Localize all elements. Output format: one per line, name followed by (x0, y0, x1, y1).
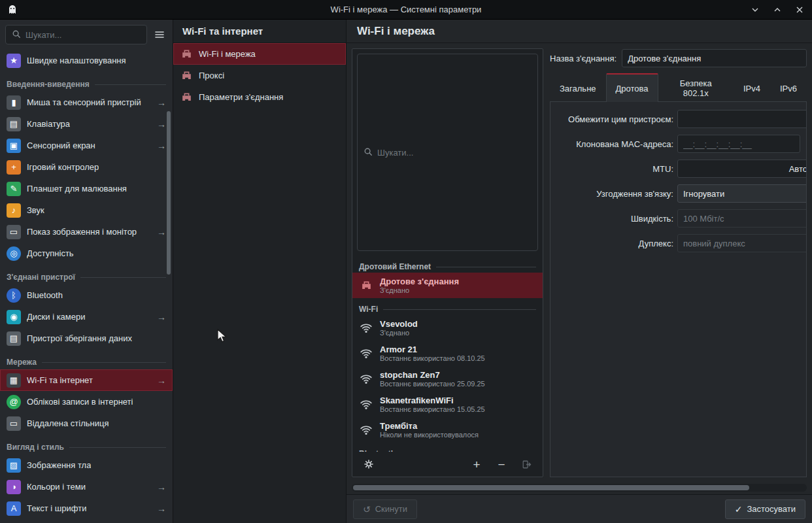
sidebar-item-quick-settings[interactable]: ★Швидке налаштовування (0, 50, 173, 71)
connection-item-armor-21[interactable]: Armor 21Востаннє використано 08.10.25 (352, 341, 543, 366)
chevron-right-icon: → (157, 97, 166, 108)
connection-item-skanetrafikenwifi[interactable]: SkanetrafikenWiFiВостаннє використано 15… (352, 392, 543, 417)
export-connection-button[interactable] (518, 456, 535, 473)
sidebar-item-label: Доступність (27, 248, 74, 258)
chevron-right-icon: → (157, 503, 166, 514)
sidebar-scrollbar[interactable] (167, 111, 171, 275)
apply-button[interactable]: ✓ Застосувати (725, 499, 805, 519)
sidebar-item-bluetooth[interactable]: ᛒBluetooth (0, 284, 173, 306)
sidebar-section-title: Введення-виведення (7, 80, 166, 89)
wifi-icon (359, 372, 373, 386)
speed-label: Швидкість: (557, 214, 673, 224)
text-fonts-icon: A (7, 501, 21, 516)
field-link-negotiation: Узгодження зв'язку:Ігнорувати (557, 184, 806, 203)
connection-status: Ніколи не використовувалося (380, 431, 479, 439)
sidebar-item-mouse[interactable]: ▮Миша та сенсорний пристрій→ (0, 92, 173, 113)
connection-status: Востаннє використано 08.10.25 (380, 354, 485, 362)
tab-general[interactable]: Загальне (550, 73, 606, 102)
sidebar-item-wifi-internet[interactable]: ▦Wi-Fi та інтернет→ (0, 369, 173, 391)
add-connection-button[interactable]: + (468, 456, 485, 473)
connection-item-vsevolod[interactable]: VsevolodЗ'єднано (352, 315, 543, 341)
app-icon (7, 4, 18, 16)
sidebar-item-remote-desktop[interactable]: ▭Віддалена стільниця (0, 413, 173, 434)
sidebar-item-label: Кольори і теми (27, 482, 86, 492)
sidebar-section-title: З'єднані пристрої (7, 273, 166, 282)
restrict-device-input[interactable] (677, 110, 807, 128)
reset-button[interactable]: ↺ Скинути (353, 499, 417, 519)
tab-ipv4[interactable]: IPv4 (734, 73, 770, 102)
connection-group-title: Дротовий Ethernet (359, 262, 536, 271)
remove-connection-button[interactable]: − (493, 456, 510, 473)
scrollbar-thumb[interactable] (353, 485, 749, 490)
connection-name: SkanetrafikenWiFi (380, 396, 485, 405)
horizontal-scrollbar[interactable] (352, 484, 807, 492)
subsidebar-item-label: Параметри з'єднання (199, 92, 283, 102)
tab-ipv6[interactable]: IPv6 (770, 73, 807, 102)
connection-list: Дротовий EthernetДротове з'єднанняЗ'єдна… (352, 256, 543, 452)
sidebar-item-colors-themes[interactable]: ◑Кольори і теми→ (0, 476, 173, 498)
ethernet-icon (180, 91, 193, 104)
sidebar-item-display-monitor[interactable]: ▭Показ зображення і монітор→ (0, 221, 173, 243)
connection-item-stopchan-zen7[interactable]: stopchan Zen7Востаннє використано 25.09.… (352, 366, 543, 392)
sidebar-item-storage-devices[interactable]: ▤Пристрої зберігання даних (0, 328, 173, 349)
field-speed: Швидкість: (557, 209, 806, 228)
menu-icon[interactable] (151, 25, 167, 44)
subsidebar-item-connection-settings[interactable]: Параметри з'єднання (173, 86, 346, 108)
sidebar-item-label: Сенсорний екран (27, 141, 95, 150)
sidebar-item-label: Показ зображення і монітор (27, 227, 137, 237)
subsidebar-item-label: Wi-Fi і мережа (199, 49, 256, 59)
subsidebar-title: Wi-Fi та інтернет (173, 20, 346, 43)
sidebar-item-game-controller[interactable]: +Ігровий контролер (0, 156, 173, 178)
gear-icon[interactable] (360, 456, 377, 473)
sidebar-item-keyboard[interactable]: ▤Клавіатура→ (0, 113, 173, 135)
mtu-spinbox[interactable] (677, 160, 807, 178)
titlebar: Wi-Fi і мережа — Системні параметри (0, 0, 812, 20)
link-negotiation-dropdown[interactable]: Ігнорувати (677, 184, 807, 203)
connection-item-wired-connection[interactable]: Дротове з'єднанняЗ'єднано (352, 273, 543, 298)
sidebar-item-drawing-tablet[interactable]: ✎Планшет для малювання (0, 178, 173, 199)
sidebar-search-input[interactable] (25, 30, 141, 40)
sidebar-item-label: Клавіатура (27, 119, 70, 129)
mouse-icon: ▮ (7, 95, 21, 110)
connection-item-trembita[interactable]: ТрембітаНіколи не використовувалося (352, 417, 543, 443)
connection-name: Vsevolod (380, 319, 418, 329)
sidebar-item-wallpaper[interactable]: ▨Зображення тла (0, 454, 173, 476)
sidebar-item-touchscreen[interactable]: ▣Сенсорний екран→ (0, 135, 173, 156)
connection-search-input[interactable] (377, 148, 532, 158)
page-title: Wi-Fi і мережа (347, 20, 812, 43)
maximize-button[interactable] (771, 4, 783, 16)
sidebar-item-online-accounts[interactable]: @Облікові записи в інтернеті (0, 391, 173, 413)
tab-security-8021x[interactable]: Безпека 802.1x (658, 73, 734, 102)
minimize-button[interactable] (749, 4, 761, 16)
subsidebar-item-proxy[interactable]: Проксі (173, 65, 346, 86)
close-button[interactable] (794, 4, 805, 16)
tab-wired[interactable]: Дротова (606, 73, 658, 102)
subsidebar: Wi-Fi та інтернет Wi-Fi і мережаПроксіПа… (173, 20, 347, 523)
connection-search[interactable] (357, 54, 538, 251)
subsidebar-item-wifi-network[interactable]: Wi-Fi і мережа (173, 43, 346, 65)
sidebar-item-disks-cameras[interactable]: ◉Диски і камери→ (0, 306, 173, 328)
online-accounts-icon: @ (7, 395, 21, 409)
form-fields: Обмежити цим пристроєм:Клонована MAC-адр… (550, 101, 807, 477)
bluetooth-icon: ᛒ (7, 288, 21, 303)
cloned-mac-label: Клонована MAC-адреса: (557, 139, 673, 149)
connection-name: stopchan Zen7 (380, 370, 485, 380)
reset-label: Скинути (375, 504, 407, 514)
chevron-right-icon: → (157, 227, 166, 237)
connection-status: З'єднано (380, 329, 418, 337)
search-icon (12, 29, 21, 41)
drawing-tablet-icon: ✎ (7, 182, 21, 196)
accessibility-icon: ◎ (7, 246, 21, 261)
connection-toolbar: + − (352, 452, 543, 477)
cloned-mac-input[interactable] (677, 135, 800, 153)
sidebar-item-accessibility[interactable]: ◎Доступність (0, 243, 173, 264)
sidebar-search[interactable] (5, 25, 147, 44)
quick-settings-icon: ★ (7, 54, 21, 68)
sidebar-item-text-fonts[interactable]: AТекст і шрифти→ (0, 498, 173, 519)
ethernet-icon (359, 278, 373, 293)
sidebar-item-label: Віддалена стільниця (27, 418, 109, 428)
reset-icon: ↺ (363, 505, 371, 514)
field-restrict-device: Обмежити цим пристроєм: (557, 110, 806, 128)
sidebar-item-sound[interactable]: ♪Звук (0, 199, 173, 221)
connection-name-input[interactable] (622, 49, 807, 67)
